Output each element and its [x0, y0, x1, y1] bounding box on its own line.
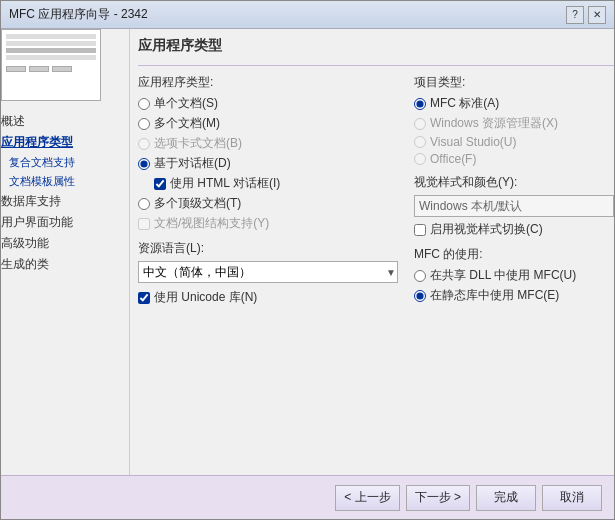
content-area: 概述 应用程序类型 复合文档支持 文档模板属性 数据库支持 用户界面功能 高级功… — [1, 29, 614, 475]
preview-btn-1 — [6, 66, 26, 72]
radio-office-label: Office(F) — [430, 152, 476, 166]
radio-dialog-based-label: 基于对话框(D) — [154, 155, 231, 172]
resource-lang-combo[interactable]: 中文（简体，中国） ▼ — [138, 261, 398, 283]
checkbox-visual-toggle-label: 启用视觉样式切换(C) — [430, 221, 543, 238]
checkbox-unicode-label: 使用 Unicode 库(N) — [154, 289, 257, 306]
radio-static-lib[interactable]: 在静态库中使用 MFC(E) — [414, 287, 614, 304]
radio-multi-toplevel-input[interactable] — [138, 198, 150, 210]
nav-item-ui-features[interactable]: 用户界面功能 — [1, 212, 113, 233]
nav-item-app-type[interactable]: 应用程序类型 — [1, 132, 113, 153]
radio-office: Office(F) — [414, 152, 614, 166]
radio-single-doc-input[interactable] — [138, 98, 150, 110]
nav-item-doc-template[interactable]: 文档模板属性 — [1, 172, 113, 191]
resource-lang-label: 资源语言(L): — [138, 240, 398, 257]
radio-tabbed-doc: 选项卡式文档(B) — [138, 135, 398, 152]
nav-item-generated-classes[interactable]: 生成的类 — [1, 254, 113, 275]
radio-windows-explorer-input — [414, 118, 426, 130]
radio-tabbed-doc-input — [138, 138, 150, 150]
project-type-label: 项目类型: — [414, 74, 614, 91]
radio-tabbed-doc-label: 选项卡式文档(B) — [154, 135, 242, 152]
title-controls: ? ✕ — [566, 6, 606, 24]
radio-static-lib-input[interactable] — [414, 290, 426, 302]
checkbox-visual-toggle[interactable]: 启用视觉样式切换(C) — [414, 221, 614, 238]
app-type-column: 应用程序类型: 单个文档(S) 多个文档(M) 选项卡式文档(B) — [138, 74, 398, 475]
radio-visual-studio-label: Visual Studio(U) — [430, 135, 516, 149]
radio-single-doc[interactable]: 单个文档(S) — [138, 95, 398, 112]
radio-static-lib-label: 在静态库中使用 MFC(E) — [430, 287, 559, 304]
bottom-bar: < 上一步 下一步 > 完成 取消 — [1, 475, 614, 519]
window-title: MFC 应用程序向导 - 2342 — [9, 6, 148, 23]
radio-mfc-standard[interactable]: MFC 标准(A) — [414, 95, 614, 112]
two-col-layout: 应用程序类型: 单个文档(S) 多个文档(M) 选项卡式文档(B) — [138, 74, 614, 475]
radio-shared-dll-input[interactable] — [414, 270, 426, 282]
radio-mfc-standard-label: MFC 标准(A) — [430, 95, 499, 112]
project-type-column: 项目类型: MFC 标准(A) Windows 资源管理器(X) Vis — [414, 74, 614, 475]
checkbox-unicode[interactable]: 使用 Unicode 库(N) — [138, 289, 398, 306]
preview-btn-2 — [29, 66, 49, 72]
checkbox-html-dialog[interactable]: 使用 HTML 对话框(I) — [154, 175, 398, 192]
mfc-use-label: MFC 的使用: — [414, 246, 614, 263]
preview-btn-3 — [52, 66, 72, 72]
radio-visual-studio: Visual Studio(U) — [414, 135, 614, 149]
radio-windows-explorer: Windows 资源管理器(X) — [414, 115, 614, 132]
next-button[interactable]: 下一步 > — [406, 485, 470, 511]
radio-visual-studio-input — [414, 136, 426, 148]
left-panel: 概述 应用程序类型 复合文档支持 文档模板属性 数据库支持 用户界面功能 高级功… — [1, 29, 121, 475]
preview-line-4 — [6, 55, 96, 60]
radio-dialog-based[interactable]: 基于对话框(D) — [138, 155, 398, 172]
main-window: MFC 应用程序向导 - 2342 ? ✕ 概述 应用程序类 — [0, 0, 615, 520]
checkbox-html-dialog-label: 使用 HTML 对话框(I) — [170, 175, 280, 192]
visual-style-value: Windows 本机/默认 — [419, 198, 522, 215]
close-button[interactable]: ✕ — [588, 6, 606, 24]
preview-line-1 — [6, 34, 96, 39]
radio-office-input — [414, 153, 426, 165]
radio-multi-doc[interactable]: 多个文档(M) — [138, 115, 398, 132]
nav-item-db-support[interactable]: 数据库支持 — [1, 191, 113, 212]
app-type-label: 应用程序类型: — [138, 74, 398, 91]
radio-shared-dll-label: 在共享 DLL 中使用 MFC(U) — [430, 267, 576, 284]
radio-multi-toplevel-label: 多个顶级文档(T) — [154, 195, 241, 212]
radio-mfc-standard-input[interactable] — [414, 98, 426, 110]
right-panel: 应用程序类型 应用程序类型: 单个文档(S) 多个文档(M) — [138, 29, 614, 475]
checkbox-unicode-input[interactable] — [138, 292, 150, 304]
visual-style-label: 视觉样式和颜色(Y): — [414, 174, 614, 191]
title-bar: MFC 应用程序向导 - 2342 ? ✕ — [1, 1, 614, 29]
help-button[interactable]: ? — [566, 6, 584, 24]
radio-dialog-based-input[interactable] — [138, 158, 150, 170]
radio-multi-doc-input[interactable] — [138, 118, 150, 130]
checkbox-visual-toggle-input[interactable] — [414, 224, 426, 236]
radio-multi-toplevel[interactable]: 多个顶级文档(T) — [138, 195, 398, 212]
preview-line-3 — [6, 48, 96, 53]
preview-box — [1, 29, 101, 101]
radio-windows-explorer-label: Windows 资源管理器(X) — [430, 115, 558, 132]
nav-item-overview[interactable]: 概述 — [1, 111, 113, 132]
checkbox-html-dialog-input[interactable] — [154, 178, 166, 190]
radio-single-doc-label: 单个文档(S) — [154, 95, 218, 112]
cancel-button[interactable]: 取消 — [542, 485, 602, 511]
radio-multi-doc-label: 多个文档(M) — [154, 115, 220, 132]
back-button[interactable]: < 上一步 — [335, 485, 399, 511]
divider — [129, 29, 130, 475]
checkbox-doc-view-input — [138, 218, 150, 230]
panel-title: 应用程序类型 — [138, 29, 614, 66]
resource-lang-select[interactable]: 中文（简体，中国） — [138, 261, 398, 283]
nav-item-compound-doc[interactable]: 复合文档支持 — [1, 153, 113, 172]
nav-item-advanced[interactable]: 高级功能 — [1, 233, 113, 254]
preview-line-2 — [6, 41, 96, 46]
finish-button[interactable]: 完成 — [476, 485, 536, 511]
checkbox-doc-view-label: 文档/视图结构支持(Y) — [154, 215, 269, 232]
radio-shared-dll[interactable]: 在共享 DLL 中使用 MFC(U) — [414, 267, 614, 284]
visual-style-box: Windows 本机/默认 — [414, 195, 614, 217]
preview-buttons — [6, 66, 96, 72]
checkbox-doc-view: 文档/视图结构支持(Y) — [138, 215, 398, 232]
